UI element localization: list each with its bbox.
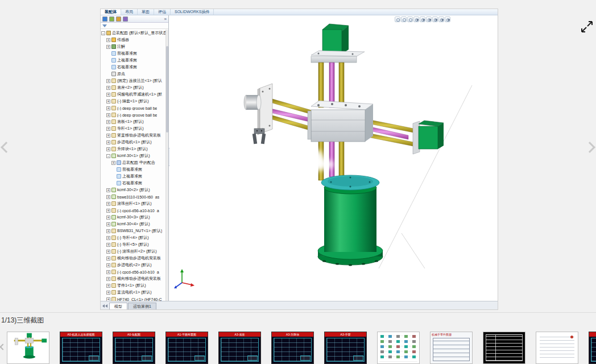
tree-expander-icon[interactable]: + [106, 250, 110, 254]
tree-expander-icon[interactable]: + [106, 106, 110, 110]
ribbon-tab[interactable]: SOLIDWORKS插件 [171, 9, 214, 15]
model-tab[interactable]: 模型 [109, 303, 127, 309]
tree-item[interactable]: + (-) 隔套<1> (默认) [101, 98, 165, 105]
tree-expander-icon[interactable]: + [106, 140, 110, 144]
zoom-area-icon[interactable] [401, 16, 407, 22]
tree-item[interactable]: + (-) cpcd-d56-a10-b10_a [101, 268, 165, 275]
tree-item[interactable]: - 总装配图 (默认<默认_显示状态 [101, 30, 165, 36]
thumbnail[interactable]: A0-装配图 [113, 332, 155, 364]
tree-item[interactable]: + (-) deep groove ball be [101, 111, 165, 118]
thumbnail[interactable]: A3-升降块 [271, 332, 314, 364]
ribbon-tab[interactable]: 草图 [138, 9, 154, 15]
tree-expander-icon[interactable]: + [106, 277, 110, 281]
tree-scrollbar-thumb[interactable] [166, 46, 168, 133]
ribbon-tab[interactable]: 评估 [154, 9, 171, 15]
fullscreen-icon[interactable] [581, 20, 593, 33]
tree-item[interactable]: + (-) 导杆<4> (默认) [101, 234, 165, 241]
tree-item[interactable]: + 传感器 [101, 36, 165, 43]
tree-expander-icon[interactable]: + [106, 147, 110, 151]
tree-expander-icon[interactable]: + [106, 188, 110, 192]
featuremanager-tab-icon[interactable] [102, 16, 107, 22]
tree-item[interactable]: 上视基准面 [101, 57, 165, 64]
tree-item[interactable]: - kcmf-30<1> (默认) [101, 152, 165, 159]
tree-filter-row[interactable] [101, 23, 168, 29]
hide-show-items-icon[interactable] [432, 16, 438, 22]
tree-expander-icon[interactable]: + [106, 134, 110, 138]
dimxpert-tab-icon[interactable] [123, 16, 128, 22]
tree-item[interactable]: + 底座<2> (默认) [101, 84, 165, 91]
zoom-to-fit-icon[interactable] [395, 16, 400, 22]
graphics-viewport[interactable] [169, 15, 498, 301]
tree-expander-icon[interactable]: + [106, 209, 110, 213]
tree-item[interactable]: 上视基准面 [101, 173, 165, 180]
tree-item[interactable]: + 步进电机<1> (默认) [101, 139, 165, 146]
tree-item[interactable]: + 步进电机<2> (默认) [101, 262, 165, 268]
tree-item[interactable]: + 总装配图 中的配合 [101, 159, 165, 166]
tree-expander-icon[interactable]: + [106, 45, 110, 49]
tree-item[interactable]: 原点 [101, 71, 165, 77]
tree-expander-icon[interactable]: + [106, 113, 110, 117]
tree-expander-icon[interactable]: + [106, 127, 110, 131]
tree-expander-icon[interactable]: + [106, 93, 110, 97]
filter-funnel-icon[interactable] [102, 24, 107, 27]
tree-expander-icon[interactable]: + [106, 86, 110, 90]
tree-item[interactable]: + bswe3110-l1500-t60_as [101, 193, 165, 200]
tree-expander-icon[interactable]: + [106, 79, 110, 83]
thumbnail[interactable] [483, 332, 525, 364]
thumbnail[interactable]: A1-平面布置图 [165, 332, 208, 364]
tree-expander-icon[interactable]: + [106, 291, 110, 295]
tree-item[interactable]: + 横向移动步进电机安装板 [101, 275, 165, 282]
tree-item[interactable]: 前视基准面 [101, 166, 165, 173]
tree-item[interactable]: 右视基准面 [101, 180, 165, 187]
tab-scroll-left2-icon[interactable] [105, 304, 107, 308]
tree-expander-icon[interactable]: + [106, 195, 110, 199]
edit-appearance-icon[interactable] [438, 16, 444, 22]
thumbnail-strip[interactable]: A0-机器人总装俯视图 A0-装配图 [0, 332, 596, 364]
section-view-icon[interactable] [413, 16, 419, 22]
tree-expander-icon[interactable]: - [106, 154, 110, 158]
tree-expander-icon[interactable]: + [106, 284, 110, 288]
tree-item[interactable]: 右视基准面 [101, 64, 165, 71]
tree-item[interactable]: + kcmf-30<3> (默认) [101, 214, 165, 221]
tree-item[interactable]: 前视基准面 [101, 50, 165, 57]
tree-item[interactable]: + (-) 导杆<5> (默认) [101, 241, 165, 248]
display-style-icon[interactable] [426, 16, 432, 22]
ribbon-tab[interactable]: 装配体 [101, 9, 121, 15]
tree-expander-icon[interactable]: + [106, 270, 110, 274]
tab-scroll-left-icon[interactable] [102, 304, 105, 308]
tree-expander-icon[interactable]: + [106, 257, 110, 260]
tree-expander-icon[interactable]: - [101, 31, 105, 35]
tree-expander-icon[interactable]: + [106, 202, 110, 206]
tree-expander-icon[interactable]: + [106, 229, 110, 233]
panel-overflow-icon[interactable]: » [164, 16, 167, 22]
configurationmanager-tab-icon[interactable] [116, 16, 121, 22]
tree-item[interactable]: + HF740_CL<1> (HF740-C [101, 296, 165, 301]
thumbnail[interactable] [377, 332, 420, 364]
tree-item[interactable]: + 注解 [101, 43, 165, 50]
tree-expander-icon[interactable]: + [106, 120, 110, 124]
thumbnail[interactable] [536, 332, 578, 364]
tree-expander-icon[interactable]: + [106, 38, 110, 42]
thumbnail[interactable]: 气缸 [589, 332, 596, 364]
view-orientation-icon[interactable] [420, 16, 425, 22]
tab-scroll-arrows[interactable] [101, 304, 109, 309]
tree-item[interactable]: + BSWB31_NUT<1> (默认) [101, 228, 165, 234]
tree-expander-icon[interactable]: + [111, 161, 115, 165]
prev-slide-icon[interactable] [1, 142, 12, 153]
tree-scrollbar[interactable] [165, 30, 168, 301]
tree-expander-icon[interactable]: + [106, 236, 110, 240]
tree-item[interactable]: + (-) cpcd-d56-a10-b10_a [101, 207, 165, 214]
tree-item[interactable]: + kcmf-30<4> (默认) [101, 221, 165, 228]
tree-expander-icon[interactable]: + [106, 216, 110, 220]
tree-item[interactable]: + (固定) 连接法兰<1> (默认 [101, 77, 165, 84]
tree-item[interactable]: + 直流电机<1> (默认) [101, 289, 165, 296]
tree-expander-icon[interactable]: + [106, 222, 110, 226]
tree-item[interactable]: + 零件1<1> (默认) [101, 282, 165, 289]
tree-item[interactable]: + (-) deep groove ball be [101, 105, 165, 111]
previous-view-icon[interactable] [407, 16, 413, 22]
tree-item[interactable]: + 升降块<1> (默认) [101, 146, 165, 152]
thumbnail[interactable]: A3-手臂 [324, 332, 367, 364]
tree-expander-icon[interactable]: + [106, 100, 110, 104]
tree-item[interactable]: + (-) 滚珠丝杆<2> (默认) [101, 248, 165, 255]
tree-expander-icon[interactable]: + [106, 243, 110, 247]
